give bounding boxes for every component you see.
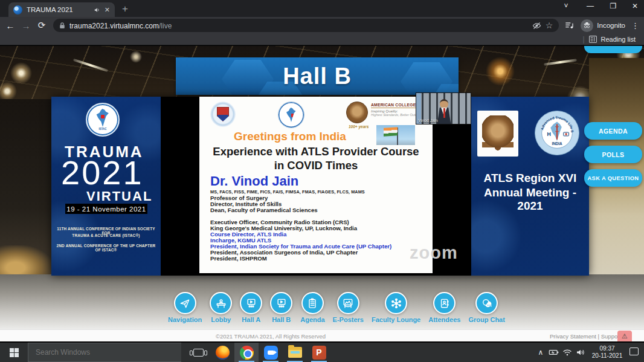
nav-item-hall-a[interactable]: Hall A	[240, 292, 262, 323]
battery-icon[interactable]	[549, 349, 559, 356]
address-bar[interactable]: trauma2021.virtualmnc.com/live ☆	[53, 19, 559, 32]
task-view-button[interactable]	[186, 343, 210, 362]
volume-icon[interactable]	[575, 349, 586, 356]
group-chat-icon	[475, 292, 498, 314]
tab-favicon-icon	[13, 5, 22, 15]
start-button[interactable]	[0, 343, 28, 362]
copyright-text: ©2021 TRAUMA 2021, All Rights Reserved	[216, 333, 326, 340]
atls-india-logo: Advanced Trauma Life Support H INDIA	[535, 111, 579, 155]
windows-logo-icon	[10, 348, 19, 357]
chrome-icon[interactable]	[234, 343, 259, 362]
clock-date: 20-11-2021	[588, 352, 626, 360]
partial-side-button[interactable]	[584, 46, 642, 53]
page-footer: ©2021 TRAUMA 2021, All Rights Reserved P…	[0, 329, 644, 341]
slide-greeting: Greetings from India	[199, 130, 381, 143]
hall-a-icon	[240, 292, 262, 314]
browser-toolbar: ← → ⟳ trauma2021.virtualmnc.com/live ☆ I…	[0, 17, 644, 34]
presenter-video-thumbnail[interactable]: Vinod Jain	[416, 92, 471, 124]
agenda-button[interactable]: AGENDA	[584, 122, 642, 140]
istac-logo: ISTAC	[86, 103, 120, 137]
atls-meeting-line1: ATLS Region XVI	[471, 172, 589, 185]
lock-icon	[59, 22, 65, 29]
nav-item-attendees[interactable]: Attendees	[428, 292, 460, 323]
browser-tab[interactable]: TRAUMA 2021 ✕	[8, 2, 115, 17]
left-branding-panel: ISTAC TRAUMA 2021 VIRTUAL 19 - 21 Novemb…	[51, 97, 161, 276]
nav-item-lobby[interactable]: Lobby	[210, 292, 232, 323]
bookmarks-divider: |	[582, 35, 584, 44]
url-text: trauma2021.virtualmnc.com/live	[69, 20, 172, 31]
presenter-name-label: Vinod Jain	[418, 118, 438, 123]
zoom-watermark: zoom	[410, 243, 458, 263]
powerpoint-icon[interactable]: P	[307, 343, 331, 362]
file-explorer-icon[interactable]	[283, 343, 307, 362]
new-tab-button[interactable]: +	[122, 4, 128, 14]
incognito-badge: Incognito	[581, 19, 625, 32]
media-controls-icon[interactable]	[565, 21, 575, 30]
nav-item-hall-b[interactable]: Hall B	[270, 292, 292, 323]
action-center-icon[interactable]	[628, 347, 639, 357]
conference-line-3: 2ND ANNUAL CONFERENCE OF THE UP CHAPTER …	[54, 244, 158, 252]
nav-item-group-chat[interactable]: Group Chat	[468, 292, 505, 323]
window-restore-icon[interactable]: ❐	[604, 2, 622, 10]
incognito-icon	[581, 19, 593, 32]
tab-close-icon[interactable]: ✕	[105, 6, 110, 14]
stage-screen: ISTAC TRAUMA 2021 VIRTUAL 19 - 21 Novemb…	[51, 97, 589, 276]
window-chevron-icon[interactable]: ˅	[557, 2, 575, 10]
wifi-icon[interactable]	[562, 349, 573, 356]
slide-title-line1: Experience with ATLS Provider Course	[199, 145, 433, 158]
reading-list-icon[interactable]	[589, 36, 597, 43]
agenda-icon	[301, 292, 324, 314]
feedback-warning-button[interactable]: ⚠	[617, 331, 632, 341]
window-close-icon[interactable]: ✕	[626, 2, 644, 10]
brand-2021: 2021	[61, 155, 158, 191]
hall-banner-title: Hall B	[283, 63, 352, 89]
search-input[interactable]	[28, 348, 181, 357]
navigation-icon	[174, 292, 196, 314]
atls-meeting-line2: Annual Meeting - 2021	[471, 186, 589, 213]
hall-banner: Hall B	[176, 57, 459, 95]
eposters-icon	[337, 292, 359, 314]
bookmarks-bar: | Reading list	[0, 34, 644, 45]
bookmark-star-icon[interactable]: ☆	[546, 21, 553, 30]
acs-seal-card	[477, 111, 518, 157]
incognito-label: Incognito	[597, 22, 625, 29]
zoom-app-icon[interactable]	[259, 343, 283, 362]
istac-logo-caption: ISTAC	[98, 128, 106, 131]
brand-virtual: VIRTUAL	[86, 189, 153, 204]
acs-seal-icon	[346, 102, 368, 123]
menu-icon[interactable]: ⋮	[631, 21, 639, 30]
ask-a-question-button[interactable]: ASK A QUESTION	[584, 169, 642, 187]
nav-item-agenda[interactable]: Agenda	[300, 292, 324, 323]
nav-item-faculty-lounge[interactable]: Faculty Lounge	[372, 292, 420, 323]
role-line: Dean, Faculty of Paramedical Sciences	[210, 207, 318, 213]
event-dates: 19 - 21 November 2021	[65, 204, 147, 214]
firefox-icon[interactable]	[210, 343, 234, 362]
conference-line-2: TRAUMA & ACUTE CARE (ISTAC®)	[54, 233, 158, 238]
tab-audio-icon[interactable]	[94, 7, 100, 13]
tab-strip: TRAUMA 2021 ✕ + ˅ — ❐ ✕	[0, 0, 644, 17]
reading-list-label[interactable]: Reading list	[601, 36, 636, 43]
nav-item-eposters[interactable]: E-Posters	[333, 292, 364, 323]
tray-chevron-icon[interactable]: ∧	[535, 348, 546, 357]
bottom-navigation: Navigation Lobby Hall A Hall B Agenda	[168, 292, 505, 323]
lobby-icon	[210, 292, 232, 314]
reload-icon[interactable]: ⟳	[34, 20, 50, 31]
footer-links[interactable]: Privacy Statement | Support	[550, 333, 621, 340]
slide-title-line2: in COVID Times	[199, 159, 433, 172]
system-tray: ∧ 09:37 20-11-2021	[535, 345, 644, 360]
back-icon[interactable]: ←	[2, 21, 18, 31]
hall-b-icon	[270, 292, 292, 314]
taskbar-search[interactable]	[28, 343, 181, 362]
window-minimize-icon[interactable]: —	[581, 2, 599, 10]
india-flag-photo	[376, 125, 415, 145]
speaker-credentials: MS, FACS, FISS, FIME, FICS, FAIS, FIMSA,…	[210, 189, 365, 195]
svg-text:H: H	[547, 131, 550, 137]
attendees-icon	[433, 292, 456, 314]
polls-button[interactable]: POLLS	[584, 146, 642, 163]
forward-icon[interactable]: →	[18, 21, 34, 31]
windows-taskbar: P ∧ 09:37 20-11-2021	[0, 343, 644, 362]
eye-off-icon[interactable]	[532, 22, 541, 30]
right-branding-panel: Advanced Trauma Life Support H INDIA ATL…	[471, 97, 589, 276]
taskbar-clock[interactable]: 09:37 20-11-2021	[588, 345, 626, 360]
nav-item-navigation[interactable]: Navigation	[168, 292, 202, 323]
